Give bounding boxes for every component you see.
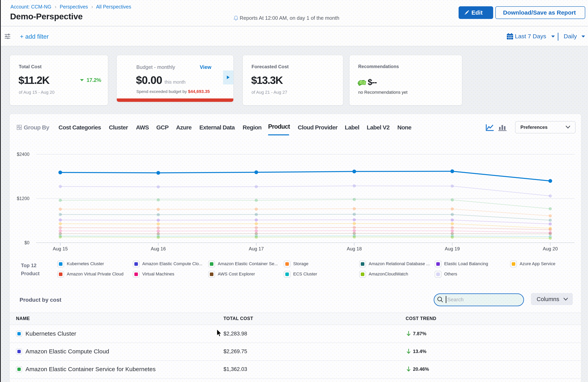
svg-text:Aug 20: Aug 20 — [543, 246, 558, 251]
svg-text:$2400: $2400 — [17, 152, 29, 157]
svg-text:Aug 19: Aug 19 — [445, 246, 460, 251]
svg-text:Aug 17: Aug 17 — [249, 246, 264, 251]
svg-text:Aug 16: Aug 16 — [151, 246, 166, 251]
svg-text:$0: $0 — [24, 240, 29, 245]
svg-text:Aug 15: Aug 15 — [53, 246, 68, 251]
svg-text:Aug 18: Aug 18 — [347, 246, 362, 251]
svg-text:$1200: $1200 — [17, 196, 29, 201]
